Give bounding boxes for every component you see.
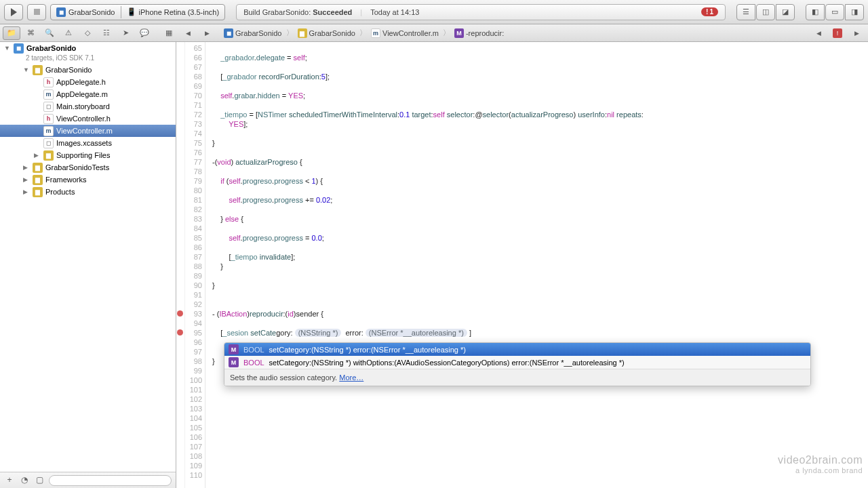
version-editor-button[interactable]: ◪	[776, 4, 795, 20]
jump-file: ViewController.m	[382, 29, 439, 37]
tree-item[interactable]: ▶▆Supporting Files	[0, 149, 176, 161]
jump-group: GrabarSonido	[309, 29, 356, 37]
method-icon: M	[229, 344, 239, 354]
debug-navigator-tab[interactable]: ☷	[98, 26, 115, 40]
add-button[interactable]: +	[4, 475, 15, 486]
line-gutter: 65 66 67 68 69 70 71 72 73 74 75 76 77 7…	[185, 42, 205, 488]
error-marker[interactable]	[177, 329, 183, 336]
run-button[interactable]	[4, 4, 23, 20]
main-toolbar: ◼ GrabarSonido 📱 iPhone Retina (3.5-inch…	[0, 0, 868, 24]
file-tree[interactable]: ▼◼GrabarSonido2 targets, iOS SDK 7.1▼▆Gr…	[0, 42, 176, 472]
standard-editor-button[interactable]: ☰	[736, 4, 755, 20]
project-navigator: ▼◼GrabarSonido2 targets, iOS SDK 7.1▼▆Gr…	[0, 42, 176, 488]
tree-item[interactable]: ▶▆GrabarSonidoTests	[0, 161, 176, 174]
jump-project: GrabarSonido	[235, 29, 282, 37]
project-icon: ◼	[56, 7, 66, 17]
tree-item[interactable]: ◻Main.storyboard	[0, 100, 176, 113]
autocomplete-more-link[interactable]: More…	[339, 373, 363, 382]
tree-item[interactable]: hViewController.h	[0, 113, 176, 125]
scheme-selector[interactable]: ◼ GrabarSonido 📱 iPhone Retina (3.5-inch…	[50, 4, 225, 20]
autocomplete-popup[interactable]: MBOOLsetCategory:(NSString *) error:(NSE…	[224, 342, 811, 386]
project-navigator-tab[interactable]: 📁	[3, 26, 20, 40]
forward-button[interactable]	[198, 26, 216, 40]
code-area[interactable]: _grabador.delegate = self; [_grabador re…	[205, 42, 868, 488]
tree-item[interactable]: mAppDelegate.m	[0, 88, 176, 100]
method-icon: M	[229, 357, 239, 367]
toggle-debug-button[interactable]: ▭	[825, 4, 844, 20]
jump-symbol: -reproducir:	[466, 29, 504, 37]
tree-item[interactable]: ▶▆Products	[0, 186, 176, 198]
error-marker[interactable]	[177, 310, 183, 317]
toggle-navigator-button[interactable]: ◧	[806, 4, 825, 20]
device-icon: 📱	[127, 7, 136, 16]
method-icon: M	[454, 28, 464, 38]
back-button[interactable]	[179, 26, 197, 40]
project-root[interactable]: ▼◼GrabarSonido	[0, 42, 176, 54]
build-time: Today at 14:13	[370, 8, 419, 16]
next-counterpart-button[interactable]	[848, 26, 865, 40]
test-navigator-tab[interactable]: ◇	[79, 26, 96, 40]
autocomplete-item[interactable]: MBOOLsetCategory:(NSString *) error:(NSE…	[224, 343, 810, 356]
filter-scm-button[interactable]: ▢	[34, 475, 45, 486]
project-icon: ◼	[224, 28, 233, 38]
editor-mode-group: ☰ ◫ ◪	[736, 4, 795, 20]
filter-search[interactable]	[49, 475, 172, 486]
filter-recent-button[interactable]: ◔	[19, 475, 30, 486]
tree-item[interactable]: ▼▆GrabarSonido	[0, 64, 176, 76]
navigator-tabbar: 📁 ⌘ 🔍 ⚠ ◇ ☷ ➤ 💬 ▦ ◼GrabarSonido 〉 ▆Graba…	[0, 24, 868, 42]
autocomplete-item[interactable]: MBOOLsetCategory:(NSString *) withOption…	[224, 356, 810, 369]
tree-item[interactable]: ◻Images.xcassets	[0, 137, 176, 149]
issue-navigator-tab[interactable]: ⚠	[60, 26, 77, 40]
prev-counterpart-button[interactable]	[810, 26, 827, 40]
tree-item[interactable]: hAppDelegate.h	[0, 76, 176, 88]
jump-bar[interactable]: ◼GrabarSonido 〉 ▆GrabarSonido 〉 mViewCon…	[221, 28, 804, 38]
navigator-footer: + ◔ ▢	[0, 472, 176, 488]
error-badge[interactable]: !1	[701, 7, 718, 16]
report-navigator-tab[interactable]: 💬	[136, 26, 153, 40]
tree-item[interactable]: mViewController.m	[0, 125, 176, 137]
folder-icon: ▆	[298, 28, 307, 38]
tree-item[interactable]: ▶▆Frameworks	[0, 174, 176, 186]
breakpoint-navigator-tab[interactable]: ➤	[117, 26, 134, 40]
main-area: ▼◼GrabarSonido2 targets, iOS SDK 7.1▼▆Gr…	[0, 42, 868, 488]
scheme-device: iPhone Retina (3.5-inch)	[139, 8, 220, 16]
symbol-navigator-tab[interactable]: ⌘	[22, 26, 39, 40]
stop-button[interactable]	[27, 4, 46, 20]
source-editor[interactable]: 65 66 67 68 69 70 71 72 73 74 75 76 77 7…	[176, 42, 868, 488]
toggle-utilities-button[interactable]: ◨	[845, 4, 864, 20]
build-result: Succeeded	[313, 8, 352, 16]
scheme-project: GrabarSonido	[68, 8, 115, 16]
build-prefix: Build GrabarSonido:	[243, 8, 313, 16]
watermark: video2brain.com a lynda.com brand	[778, 454, 863, 474]
m-file-icon: m	[371, 28, 380, 38]
panel-visibility-group: ◧ ▭ ◨	[806, 4, 864, 20]
related-items-button[interactable]: ▦	[160, 26, 178, 40]
activity-viewer: Build GrabarSonido: Succeeded | Today at…	[236, 4, 726, 20]
autocomplete-description: Sets the audio session category. More…	[224, 369, 810, 386]
assistant-editor-button[interactable]: ◫	[756, 4, 775, 20]
issue-gutter	[176, 42, 185, 488]
find-navigator-tab[interactable]: 🔍	[41, 26, 58, 40]
issue-indicator[interactable]: !	[829, 26, 846, 40]
